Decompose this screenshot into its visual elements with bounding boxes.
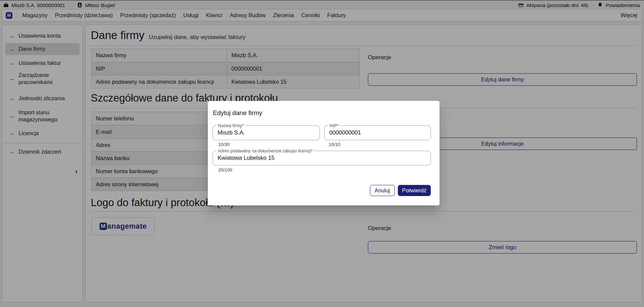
license-address-input[interactable] bbox=[213, 151, 430, 165]
char-counter: 20/100 bbox=[218, 167, 232, 172]
nip-input[interactable] bbox=[325, 126, 430, 140]
cancel-button[interactable]: Anuluj bbox=[370, 185, 395, 196]
dialog-title: Edytuj dane firmy bbox=[213, 109, 262, 117]
nip-field: NIP* bbox=[324, 125, 431, 140]
char-counter: 10/10 bbox=[329, 142, 340, 147]
confirm-button[interactable]: Potwierdź bbox=[398, 185, 431, 196]
company-name-input[interactable] bbox=[213, 126, 319, 140]
company-name-field: Nazwa firmy* bbox=[213, 125, 320, 140]
char-counter: 10/30 bbox=[218, 142, 230, 147]
license-address-field: Adres podawany na dokumencie zakupu lice… bbox=[213, 151, 431, 165]
edit-company-dialog: Edytuj dane firmy Nazwa firmy* NIP* 10/3… bbox=[208, 101, 440, 205]
